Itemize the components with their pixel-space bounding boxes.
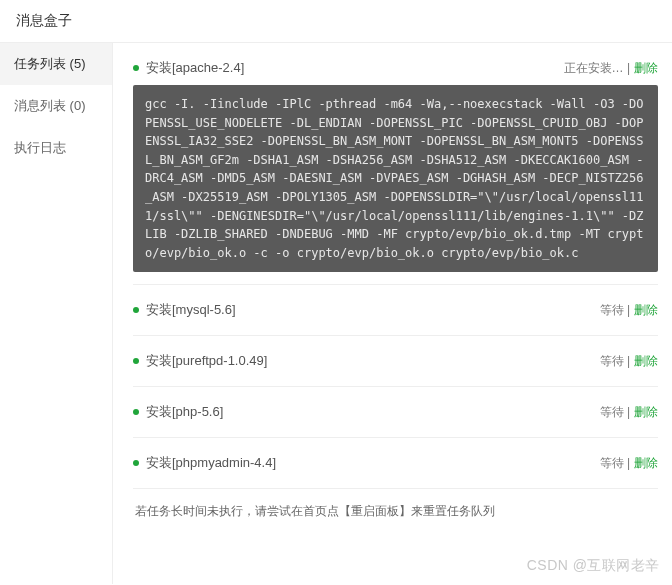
task-head: 安装[pureftpd-1.0.49] 等待 | 删除 xyxy=(133,352,658,370)
task-title: 安装[phpmyadmin-4.4] xyxy=(146,454,276,472)
delete-button[interactable]: 删除 xyxy=(634,404,658,421)
task-right: 等待 | 删除 xyxy=(600,455,658,472)
task-right: 等待 | 删除 xyxy=(600,302,658,319)
task-row: 安装[php-5.6] 等待 | 删除 xyxy=(133,387,658,438)
footer-note: 若任务长时间未执行，请尝试在首页点【重启面板】来重置任务队列 xyxy=(133,489,658,520)
task-left: 安装[php-5.6] xyxy=(133,403,223,421)
delete-button[interactable]: 删除 xyxy=(634,353,658,370)
task-head: 安装[phpmyadmin-4.4] 等待 | 删除 xyxy=(133,454,658,472)
status-dot-icon xyxy=(133,307,139,313)
task-status: 等待 | xyxy=(600,404,630,421)
task-status: 正在安装… | xyxy=(564,60,630,77)
sidebar-item-tasks[interactable]: 任务列表 (5) xyxy=(0,43,112,85)
task-right: 正在安装… | 删除 xyxy=(564,60,658,77)
task-title: 安装[mysql-5.6] xyxy=(146,301,236,319)
task-left: 安装[phpmyadmin-4.4] xyxy=(133,454,276,472)
task-left: 安装[apache-2.4] xyxy=(133,59,244,77)
task-title: 安装[apache-2.4] xyxy=(146,59,244,77)
task-right: 等待 | 删除 xyxy=(600,404,658,421)
task-left: 安装[pureftpd-1.0.49] xyxy=(133,352,267,370)
task-head: 安装[apache-2.4] 正在安装… | 删除 xyxy=(133,59,658,77)
delete-button[interactable]: 删除 xyxy=(634,302,658,319)
console-output: gcc -I. -Iinclude -IPlC -pthread -m64 -W… xyxy=(133,85,658,272)
sidebar: 任务列表 (5) 消息列表 (0) 执行日志 xyxy=(0,43,113,584)
task-row: 安装[phpmyadmin-4.4] 等待 | 删除 xyxy=(133,438,658,489)
task-row: 安装[mysql-5.6] 等待 | 删除 xyxy=(133,285,658,336)
delete-button[interactable]: 删除 xyxy=(634,60,658,77)
task-status: 等待 | xyxy=(600,353,630,370)
status-dot-icon xyxy=(133,358,139,364)
task-status: 等待 | xyxy=(600,302,630,319)
status-dot-icon xyxy=(133,460,139,466)
task-right: 等待 | 删除 xyxy=(600,353,658,370)
delete-button[interactable]: 删除 xyxy=(634,455,658,472)
task-row: 安装[pureftpd-1.0.49] 等待 | 删除 xyxy=(133,336,658,387)
task-head: 安装[mysql-5.6] 等待 | 删除 xyxy=(133,301,658,319)
task-row: 安装[apache-2.4] 正在安装… | 删除 gcc -I. -Iincl… xyxy=(133,43,658,285)
task-title: 安装[php-5.6] xyxy=(146,403,223,421)
task-title: 安装[pureftpd-1.0.49] xyxy=(146,352,267,370)
main-panel: 安装[apache-2.4] 正在安装… | 删除 gcc -I. -Iincl… xyxy=(113,43,672,584)
sidebar-item-logs[interactable]: 执行日志 xyxy=(0,127,112,169)
modal-title: 消息盒子 xyxy=(0,0,672,43)
task-status: 等待 | xyxy=(600,455,630,472)
sidebar-item-messages[interactable]: 消息列表 (0) xyxy=(0,85,112,127)
status-dot-icon xyxy=(133,65,139,71)
container: 任务列表 (5) 消息列表 (0) 执行日志 安装[apache-2.4] 正在… xyxy=(0,43,672,584)
status-dot-icon xyxy=(133,409,139,415)
task-head: 安装[php-5.6] 等待 | 删除 xyxy=(133,403,658,421)
task-left: 安装[mysql-5.6] xyxy=(133,301,236,319)
